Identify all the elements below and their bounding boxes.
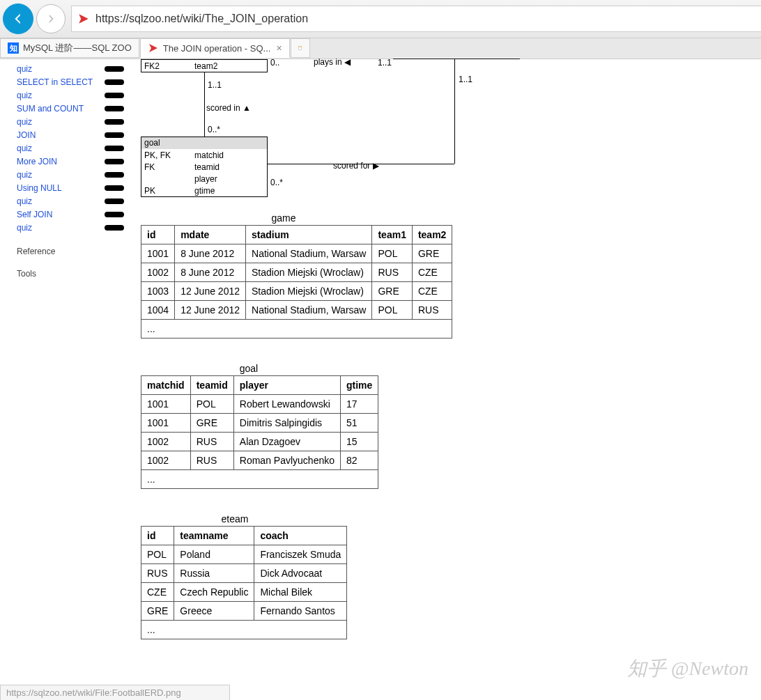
table-row: CZECzech RepublicMichal Bilek	[141, 583, 347, 602]
sidebar-item[interactable]: quiz	[17, 141, 124, 155]
tab-label: MySQL 进阶——SQL ZOO	[23, 42, 132, 54]
erd-game-box: FK2team2	[141, 59, 268, 72]
zhihu-icon: 知	[8, 42, 19, 54]
sidebar: quizSELECT in SELECTquizSUM and COUNTqui…	[0, 59, 124, 700]
tab-zhihu[interactable]: 知 MySQL 进阶——SQL ZOO	[0, 38, 139, 58]
sidebar-item[interactable]: quiz	[17, 168, 124, 181]
sidebar-item[interactable]: quiz	[17, 88, 124, 102]
erd-goal-box: goal PK, FKmatchidFKteamidplayerPKgtime	[141, 137, 268, 197]
page-content: FK2team2 goal PK, FKmatchidFKteamidplaye…	[124, 59, 761, 700]
table-eteam-wrap: eteam idteamnamecoachPOLPolandFranciszek…	[141, 513, 761, 639]
sidebar-reference[interactable]: Reference	[17, 247, 124, 256]
new-tab-icon	[298, 43, 302, 53]
sqlzoo-icon	[148, 42, 159, 54]
back-button[interactable]	[3, 3, 33, 34]
svg-text:知: 知	[9, 44, 17, 52]
sidebar-item[interactable]: More JOIN	[17, 155, 124, 168]
table-goal: matchidteamidplayergtime1001POLRobert Le…	[141, 375, 378, 489]
erd-diagram[interactable]: FK2team2 goal PK, FKmatchidFKteamidplaye…	[141, 59, 761, 268]
table-row: 1001GREDimitris Salpingidis51	[141, 414, 378, 433]
table-row: GREGreeceFernando Santos	[141, 602, 347, 621]
table-goal-wrap: goal matchidteamidplayergtime1001POLRobe…	[141, 363, 761, 489]
table-row: RUSRussiaDick Advocaat	[141, 564, 347, 583]
table-eteam: idteamnamecoachPOLPolandFranciszek Smuda…	[141, 526, 347, 639]
table-row: POLPolandFranciszek Smuda	[141, 545, 347, 564]
site-icon	[77, 13, 90, 25]
new-tab-button[interactable]	[291, 38, 310, 58]
sidebar-tools[interactable]: Tools	[17, 269, 124, 279]
sidebar-item[interactable]: Using NULL	[17, 181, 124, 194]
tab-strip: 知 MySQL 进阶——SQL ZOO The JOIN operation -…	[0, 38, 761, 59]
table-row: 1002RUSAlan Dzagoev15	[141, 433, 378, 451]
sidebar-item[interactable]: quiz	[17, 62, 124, 75]
sidebar-item[interactable]: quiz	[17, 221, 124, 234]
sidebar-item[interactable]: Self JOIN	[17, 208, 124, 221]
sidebar-item[interactable]: SUM and COUNT	[17, 102, 124, 115]
watermark: 知乎 @Newton	[627, 655, 748, 682]
sidebar-item[interactable]: JOIN	[17, 128, 124, 141]
tab-label: The JOIN operation - SQ...	[163, 43, 271, 54]
table-title: eteam	[141, 513, 329, 524]
address-bar[interactable]: https://sqlzoo.net/wiki/The_JOIN_operati…	[71, 6, 761, 32]
status-bar: https://sqlzoo.net/wiki/File:FootballERD…	[0, 685, 230, 700]
sidebar-item[interactable]: quiz	[17, 115, 124, 128]
url-text: https://sqlzoo.net/wiki/The_JOIN_operati…	[95, 13, 308, 25]
table-title: goal	[141, 363, 357, 374]
forward-button[interactable]	[36, 4, 66, 33]
tab-sqlzoo[interactable]: The JOIN operation - SQ... ×	[140, 38, 290, 58]
browser-toolbar: https://sqlzoo.net/wiki/The_JOIN_operati…	[0, 0, 761, 38]
sidebar-item[interactable]: quiz	[17, 194, 124, 208]
table-row: 100312 June 2012Stadion Miejski (Wroclaw…	[141, 282, 452, 301]
svg-rect-3	[298, 47, 301, 47]
close-tab-icon[interactable]: ×	[276, 42, 282, 54]
table-row: 1001POLRobert Lewandowski17	[141, 395, 378, 414]
table-row: 100412 June 2012National Stadium, Warsaw…	[141, 301, 452, 320]
table-row: 1002RUSRoman Pavlyuchenko82	[141, 451, 378, 470]
sidebar-item[interactable]: SELECT in SELECT	[17, 75, 124, 88]
